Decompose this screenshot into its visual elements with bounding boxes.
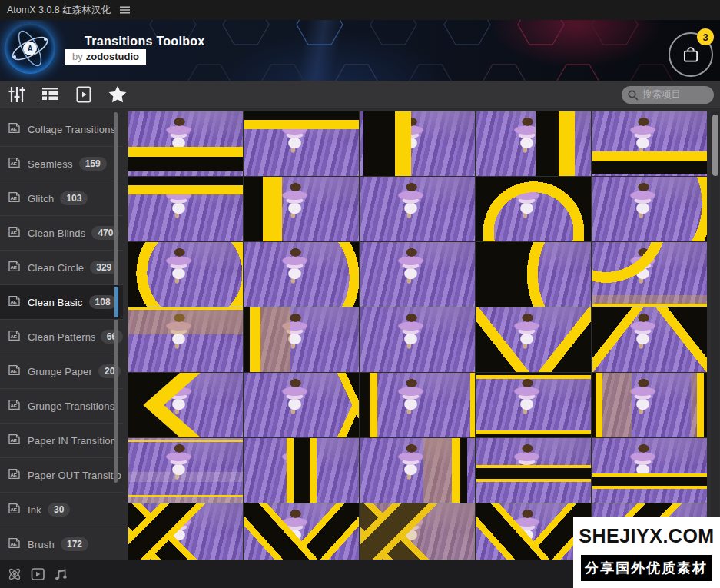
transition-thumbnail-32[interactable] xyxy=(244,503,359,560)
transition-thumbnail-6[interactable] xyxy=(128,177,243,241)
transition-thumbnail-30[interactable] xyxy=(592,438,707,503)
category-label: Clean Basic xyxy=(28,297,83,308)
transition-overlay xyxy=(244,307,359,372)
transition-thumbnail-29[interactable] xyxy=(476,438,591,503)
category-count-badge: 66 xyxy=(101,330,123,344)
transition-thumbnail-21[interactable] xyxy=(128,373,243,437)
transition-thumbnail-19[interactable] xyxy=(476,307,591,372)
transition-thumbnail-20[interactable] xyxy=(592,307,707,372)
transition-thumbnail-1[interactable] xyxy=(128,111,243,176)
ae-project-icon: AE xyxy=(8,434,21,448)
media-file-icon[interactable] xyxy=(75,85,93,104)
hamburger-menu-icon[interactable] xyxy=(120,6,130,14)
list-view-icon[interactable] xyxy=(41,85,60,104)
sidebar-item-collage-transitions[interactable]: AE Collage Transitions xyxy=(0,112,123,147)
audio-music-icon[interactable] xyxy=(54,567,68,581)
transition-overlay xyxy=(360,438,475,503)
transition-thumbnail-31[interactable] xyxy=(128,503,243,560)
transition-overlay xyxy=(360,111,475,176)
sidebar-item-paper-in-transition[interactable]: AE Paper IN Transition xyxy=(0,424,123,458)
transition-thumbnail-17[interactable] xyxy=(244,307,359,372)
transition-thumbnail-15[interactable] xyxy=(592,242,707,307)
transition-overlay xyxy=(128,373,243,437)
sidebar-item-clean-circle[interactable]: AE Clean Circle 329 xyxy=(0,251,123,285)
author-badge: byzodostudio xyxy=(65,49,146,65)
filters-icon[interactable] xyxy=(8,85,26,104)
transition-overlay xyxy=(128,177,243,241)
sidebar-item-seamless[interactable]: AE Seamless 159 xyxy=(0,147,123,181)
ae-project-icon: AE xyxy=(8,261,21,275)
header-banner: A Transitions Toolbox byzodostudio 3 xyxy=(0,20,720,81)
transition-overlay xyxy=(128,242,243,307)
sidebar-item-ink[interactable]: AE Ink 30 xyxy=(0,493,123,527)
sidebar-item-clean-basic[interactable]: AE Clean Basic 108 xyxy=(0,285,123,320)
video-preview-icon[interactable] xyxy=(31,567,45,581)
transition-thumbnail-27[interactable] xyxy=(244,438,359,503)
sidebar-item-clean-blinds[interactable]: AE Clean Blinds 470 xyxy=(0,216,123,251)
svg-text:AE: AE xyxy=(10,403,17,408)
transition-overlay xyxy=(476,111,591,176)
cart-button[interactable]: 3 xyxy=(669,32,713,77)
ae-project-icon: AE xyxy=(8,503,21,517)
sidebar-item-glitch[interactable]: AE Glitch 103 xyxy=(0,181,123,216)
transition-thumbnail-13[interactable] xyxy=(360,242,475,307)
transition-overlay xyxy=(128,438,243,503)
transition-thumbnail-33[interactable] xyxy=(360,503,475,560)
effects-atom-icon[interactable] xyxy=(7,566,22,582)
sidebar-item-paper-out-transitio[interactable]: AE Paper OUT Transitio xyxy=(0,458,123,493)
sidebar-item-brush[interactable]: AE Brush 172 xyxy=(0,527,123,560)
category-label: Clean Patterns xyxy=(28,331,95,343)
transition-thumbnail-25[interactable] xyxy=(592,373,707,437)
transition-overlay xyxy=(244,438,359,503)
transition-thumbnail-24[interactable] xyxy=(476,373,591,437)
transition-thumbnail-11[interactable] xyxy=(128,242,243,307)
category-label: Brush xyxy=(28,539,55,550)
main-scrollbar-track[interactable] xyxy=(711,111,719,558)
transition-thumbnail-9[interactable] xyxy=(476,177,591,241)
transition-thumbnail-18[interactable] xyxy=(360,307,475,372)
svg-text:AE: AE xyxy=(10,230,17,235)
transition-overlay xyxy=(360,242,475,307)
main-scrollbar-thumb[interactable] xyxy=(712,115,718,176)
category-label: Clean Circle xyxy=(28,262,84,274)
transition-thumbnail-12[interactable] xyxy=(244,242,359,307)
search-icon xyxy=(628,90,639,101)
transition-overlay xyxy=(244,242,359,307)
transition-thumbnail-26[interactable] xyxy=(128,438,243,503)
transition-thumbnail-10[interactable] xyxy=(592,177,707,241)
transitions-grid xyxy=(128,111,707,560)
transition-overlay xyxy=(244,111,359,176)
transition-thumbnail-16[interactable] xyxy=(128,307,243,372)
ae-project-icon: AE xyxy=(8,468,21,483)
transition-overlay xyxy=(360,373,475,437)
favorites-star-icon[interactable] xyxy=(108,85,128,105)
sidebar-item-grunge-transitions[interactable]: AE Grunge Transitions xyxy=(0,389,123,424)
transition-overlay xyxy=(592,438,707,503)
transition-thumbnail-5[interactable] xyxy=(592,111,707,176)
transition-overlay xyxy=(128,307,243,372)
svg-text:AE: AE xyxy=(10,299,17,304)
ae-project-icon: AE xyxy=(8,330,21,344)
transition-thumbnail-14[interactable] xyxy=(476,242,591,307)
ae-project-icon: AE xyxy=(8,295,21,310)
sidebar-item-grunge-paper[interactable]: AE Grunge Paper 20 xyxy=(0,354,123,389)
atomx-panel: AtomX 3.0.8 红森林汉化 A Transitions Too xyxy=(0,0,720,588)
category-count-badge: 108 xyxy=(89,295,117,309)
transition-thumbnail-8[interactable] xyxy=(360,177,475,241)
transition-thumbnail-22[interactable] xyxy=(244,373,359,437)
transition-thumbnail-23[interactable] xyxy=(360,373,475,437)
transition-overlay xyxy=(244,373,359,437)
sidebar-item-clean-patterns[interactable]: AE Clean Patterns 66 xyxy=(0,320,123,354)
svg-text:AE: AE xyxy=(10,264,17,270)
transition-overlay xyxy=(476,177,591,241)
category-label: Clean Blinds xyxy=(28,228,85,239)
transition-thumbnail-2[interactable] xyxy=(244,111,359,176)
ae-project-icon: AE xyxy=(8,226,21,241)
search-box xyxy=(622,86,714,104)
transition-thumbnail-28[interactable] xyxy=(360,438,475,503)
transition-overlay xyxy=(476,438,591,503)
transition-overlay xyxy=(128,503,243,560)
transition-thumbnail-3[interactable] xyxy=(360,111,475,176)
transition-thumbnail-7[interactable] xyxy=(244,177,359,241)
transition-thumbnail-4[interactable] xyxy=(476,111,591,176)
